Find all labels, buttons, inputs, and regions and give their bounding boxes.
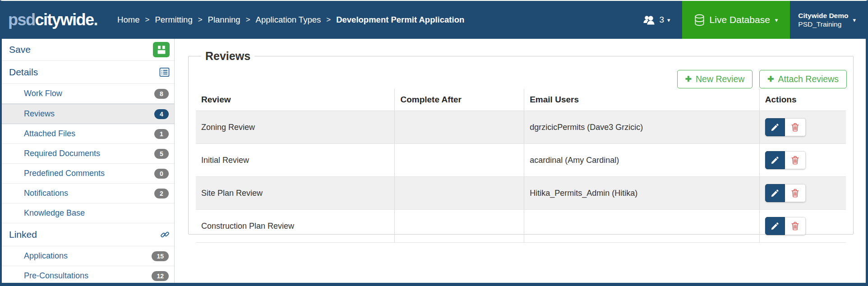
count-badge: 2 xyxy=(154,189,169,198)
sidebar-item-predefined-comments[interactable]: Predefined Comments0 xyxy=(2,164,174,184)
users-count: 3 xyxy=(659,15,664,25)
account-menu[interactable]: Citywide Demo PSD_Training ▾ xyxy=(790,1,866,39)
table-row: Initial Reviewacardinal (Amy Cardinal) xyxy=(196,144,846,177)
row-action-group xyxy=(765,217,806,235)
reviews-table-body: Zoning ReviewdgrzicicPermits (Dave3 Grzi… xyxy=(196,111,846,243)
cell-complete-after xyxy=(395,111,524,144)
sidebar-icon-slot xyxy=(153,42,170,57)
delete-review-button[interactable] xyxy=(785,118,806,136)
column-header-actions: Actions xyxy=(759,89,846,111)
cell-review: Initial Review xyxy=(196,144,395,177)
sidebar-nav: Save Details Work Flow8Reviews4Attached … xyxy=(2,39,174,283)
sidebar-item-linked[interactable]: Linked xyxy=(2,223,174,246)
trash-icon xyxy=(791,123,799,132)
count-badge: 8 xyxy=(154,89,169,99)
sidebar-item-label: Pre-Consultations xyxy=(24,271,88,280)
edit-review-button[interactable] xyxy=(765,184,785,202)
cell-complete-after xyxy=(395,210,524,243)
psdcitywide-logo[interactable]: psdcitywide. xyxy=(8,10,97,29)
breadcrumb-item-planning[interactable]: Planning xyxy=(208,15,240,25)
cell-email-users: acardinal (Amy Cardinal) xyxy=(524,144,760,177)
account-caret-icon: ▾ xyxy=(853,17,856,23)
breadcrumb-separator: > xyxy=(246,15,250,24)
link-icon xyxy=(160,230,170,240)
users-menu[interactable]: 3 ▾ xyxy=(643,1,670,39)
sidebar-item-work-flow[interactable]: Work Flow8 xyxy=(2,84,174,104)
cell-review: Construction Plan Review xyxy=(196,210,395,243)
cell-complete-after xyxy=(395,177,524,210)
cell-actions xyxy=(759,210,846,243)
sidebar: Save Details Work Flow8Reviews4Attached … xyxy=(2,39,175,283)
reviews-panel: Reviews ✚ New Review ✚ Attach Reviews xyxy=(188,50,854,235)
breadcrumb-item-permitting[interactable]: Permitting xyxy=(155,15,192,25)
sidebar-item-save[interactable]: Save xyxy=(2,39,174,61)
delete-review-button[interactable] xyxy=(785,151,806,169)
account-name: Citywide Demo xyxy=(798,11,848,20)
live-database-caret-icon: ▾ xyxy=(775,17,778,23)
sidebar-item-label: Attached Files xyxy=(24,129,75,138)
account-labels: Citywide Demo PSD_Training xyxy=(798,11,848,29)
delete-review-button[interactable] xyxy=(785,184,806,202)
sidebar-item-required-documents[interactable]: Required Documents5 xyxy=(2,144,174,164)
pencil-icon xyxy=(771,123,779,132)
new-review-button[interactable]: ✚ New Review xyxy=(677,70,753,88)
sidebar-item-attached-files[interactable]: Attached Files1 xyxy=(2,124,174,144)
table-row: Site Plan ReviewHitika_Permits_Admin (Hi… xyxy=(196,177,846,210)
pencil-icon xyxy=(771,189,779,198)
cell-actions xyxy=(759,144,846,177)
main-panel: Reviews ✚ New Review ✚ Attach Reviews xyxy=(175,39,866,283)
delete-review-button[interactable] xyxy=(785,217,806,235)
sidebar-item-label: Save xyxy=(9,44,31,55)
cell-actions xyxy=(759,111,846,144)
breadcrumb-item-development-permit-application[interactable]: Development Permit Application xyxy=(336,15,464,25)
sidebar-item-applications[interactable]: Applications15 xyxy=(2,246,174,266)
pencil-icon xyxy=(771,222,779,231)
details-icon xyxy=(159,68,170,77)
cell-complete-after xyxy=(395,144,524,177)
live-database-button[interactable]: Live Database ▾ xyxy=(682,1,790,39)
row-action-group xyxy=(765,184,806,202)
sidebar-item-knowledge-base[interactable]: Knowledge Base xyxy=(2,203,174,223)
breadcrumb-item-home[interactable]: Home xyxy=(117,15,139,25)
sidebar-item-label: Work Flow xyxy=(24,89,62,98)
sidebar-item-pre-consultations[interactable]: Pre-Consultations12 xyxy=(2,266,174,283)
count-badge: 5 xyxy=(154,149,169,159)
database-icon xyxy=(694,14,705,26)
breadcrumb-separator: > xyxy=(198,15,203,24)
cell-review: Zoning Review xyxy=(196,111,395,144)
content-area: Save Details Work Flow8Reviews4Attached … xyxy=(2,39,866,283)
save-icon[interactable] xyxy=(153,42,170,57)
plus-icon: ✚ xyxy=(685,75,692,83)
cell-email-users xyxy=(524,210,760,243)
count-badge: 4 xyxy=(154,109,169,119)
sidebar-item-label: Linked xyxy=(9,229,37,240)
edit-review-button[interactable] xyxy=(765,151,785,169)
logo-prefix: psd xyxy=(8,10,35,29)
sidebar-item-details[interactable]: Details xyxy=(2,61,174,84)
sidebar-item-label: Reviews xyxy=(24,109,55,118)
edit-review-button[interactable] xyxy=(765,118,785,136)
column-header-complete-after: Complete After xyxy=(395,89,524,111)
logo-dot: . xyxy=(94,10,98,29)
edit-review-button[interactable] xyxy=(765,217,785,235)
plus-icon: ✚ xyxy=(767,75,774,83)
trash-icon xyxy=(791,156,799,165)
sidebar-item-label: Required Documents xyxy=(24,149,100,158)
sidebar-item-label: Notifications xyxy=(24,189,68,198)
attach-reviews-button[interactable]: ✚ Attach Reviews xyxy=(759,70,847,88)
count-badge: 12 xyxy=(152,271,169,281)
trash-icon xyxy=(791,221,799,231)
sidebar-item-label: Details xyxy=(9,67,38,77)
table-row: Construction Plan Review xyxy=(196,210,846,243)
row-action-group xyxy=(765,151,806,169)
panel-title: Reviews xyxy=(201,50,254,63)
reviews-table: Review Complete After Email Users Action… xyxy=(196,89,846,243)
app-window: psdcitywide. Home>Permitting>Planning>Ap… xyxy=(0,0,868,286)
sidebar-item-notifications[interactable]: Notifications2 xyxy=(2,184,174,203)
trash-icon xyxy=(791,189,799,198)
top-navbar: psdcitywide. Home>Permitting>Planning>Ap… xyxy=(2,1,866,39)
navbar-left: psdcitywide. Home>Permitting>Planning>Ap… xyxy=(2,1,637,39)
breadcrumb-item-application-types[interactable]: Application Types xyxy=(256,15,321,25)
reviews-table-head: Review Complete After Email Users Action… xyxy=(196,89,846,111)
sidebar-item-reviews[interactable]: Reviews4 xyxy=(2,104,174,124)
